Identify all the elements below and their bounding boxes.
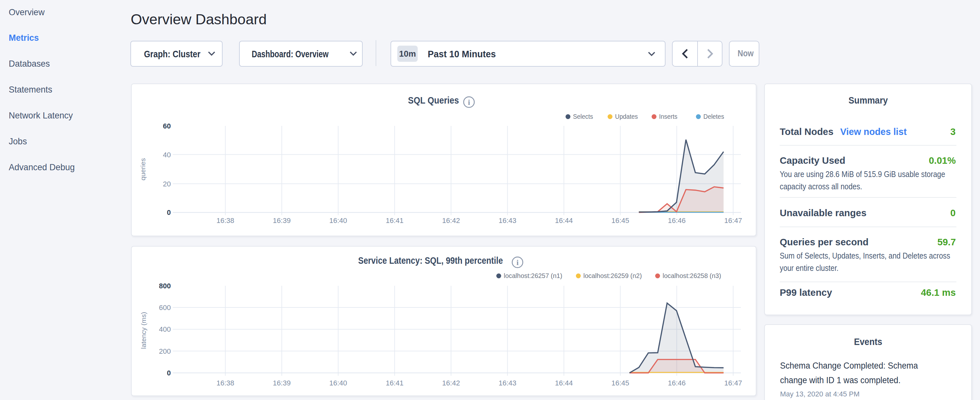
svg-text:16:46: 16:46 [668, 379, 686, 387]
svg-text:0: 0 [167, 209, 171, 217]
svg-text:0: 0 [167, 369, 171, 377]
svg-text:16:47: 16:47 [724, 379, 742, 387]
svg-text:16:41: 16:41 [386, 379, 404, 387]
svg-text:16:39: 16:39 [273, 217, 291, 225]
svg-text:200: 200 [159, 347, 171, 355]
svg-text:16:43: 16:43 [499, 217, 516, 225]
svg-text:800: 800 [159, 282, 171, 290]
svg-text:16:39: 16:39 [273, 379, 291, 387]
svg-text:queries: queries [139, 158, 146, 180]
svg-text:16:38: 16:38 [216, 379, 234, 387]
svg-text:16:47: 16:47 [724, 217, 742, 225]
svg-text:latency (ms): latency (ms) [140, 312, 147, 349]
svg-text:16:40: 16:40 [329, 217, 347, 225]
svg-text:600: 600 [159, 304, 171, 312]
svg-text:16:41: 16:41 [386, 217, 404, 225]
svg-text:16:45: 16:45 [611, 217, 629, 225]
svg-text:16:44: 16:44 [555, 217, 573, 225]
svg-text:40: 40 [163, 151, 171, 159]
svg-text:20: 20 [163, 180, 171, 188]
svg-text:16:42: 16:42 [442, 217, 460, 225]
svg-text:16:45: 16:45 [611, 379, 629, 387]
svg-text:16:46: 16:46 [668, 217, 686, 225]
svg-text:16:44: 16:44 [555, 379, 573, 387]
svg-text:16:42: 16:42 [442, 379, 460, 387]
svg-text:400: 400 [159, 325, 171, 333]
svg-text:60: 60 [163, 122, 171, 130]
svg-text:16:38: 16:38 [216, 217, 234, 225]
svg-text:16:43: 16:43 [499, 379, 516, 387]
svg-text:16:40: 16:40 [329, 379, 347, 387]
